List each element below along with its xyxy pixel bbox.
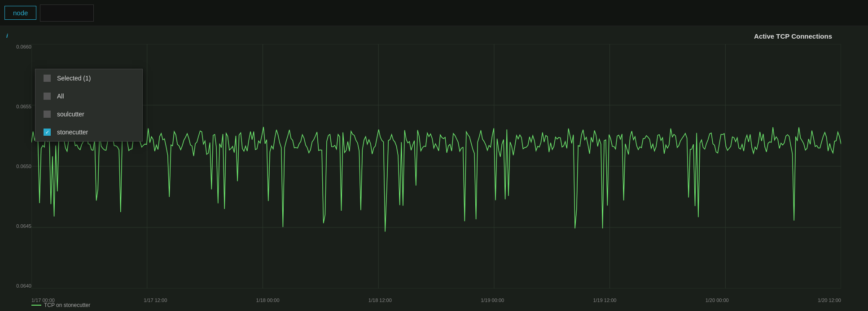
tab-node[interactable]: node bbox=[4, 6, 36, 20]
y-label-2: 0.0650 bbox=[16, 164, 31, 169]
dropdown-item-1[interactable]: All bbox=[35, 87, 142, 105]
x-label-5: 1/19 12:00 bbox=[593, 298, 616, 303]
tab-dark[interactable] bbox=[40, 4, 94, 22]
checkbox-2 bbox=[44, 111, 51, 118]
chart-title: Active TCP Connections bbox=[754, 32, 832, 40]
x-label-3: 1/18 12:00 bbox=[368, 298, 392, 303]
chart-legend: TCP on stonecutter bbox=[31, 302, 90, 308]
legend-label: TCP on stonecutter bbox=[44, 302, 90, 308]
chart-svg bbox=[31, 44, 841, 289]
checkbox-0 bbox=[44, 75, 51, 82]
dropdown-item-label-2: soulcutter bbox=[57, 111, 84, 118]
dropdown-item-0[interactable]: Selected (1) bbox=[35, 69, 142, 87]
dropdown-item-label-1: All bbox=[57, 93, 64, 100]
info-icon: i bbox=[6, 32, 8, 39]
dropdown-item-label-3: stonecutter bbox=[57, 129, 88, 136]
y-label-3: 0.0645 bbox=[16, 223, 31, 229]
y-label-0: 0.0660 bbox=[16, 44, 31, 49]
x-label-6: 1/20 00:00 bbox=[706, 298, 729, 303]
legend-line bbox=[31, 305, 41, 306]
y-label-4: 0.0640 bbox=[16, 283, 31, 289]
dropdown-item-2[interactable]: soulcutter bbox=[35, 105, 142, 123]
dropdown-item-label-0: Selected (1) bbox=[57, 75, 91, 82]
dropdown-item-3[interactable]: ✓stonecutter bbox=[35, 123, 142, 141]
x-label-1: 1/17 12:00 bbox=[144, 298, 167, 303]
checkbox-3: ✓ bbox=[44, 129, 51, 136]
y-axis: 0.06600.06550.06500.06450.0640 bbox=[4, 44, 31, 289]
top-bar: node bbox=[0, 0, 868, 26]
y-label-1: 0.0655 bbox=[16, 104, 31, 109]
dropdown-menu: Selected (1)Allsoulcutter✓stonecutter bbox=[35, 69, 143, 142]
x-label-4: 1/19 00:00 bbox=[481, 298, 504, 303]
main-content: Selected (1)Allsoulcutter✓stonecutter i … bbox=[0, 26, 868, 311]
x-label-7: 1/20 12:00 bbox=[818, 298, 841, 303]
x-label-2: 1/18 00:00 bbox=[256, 298, 280, 303]
checkbox-1 bbox=[44, 93, 51, 100]
x-axis: 1/17 00:001/17 12:001/18 00:001/18 12:00… bbox=[31, 298, 841, 303]
